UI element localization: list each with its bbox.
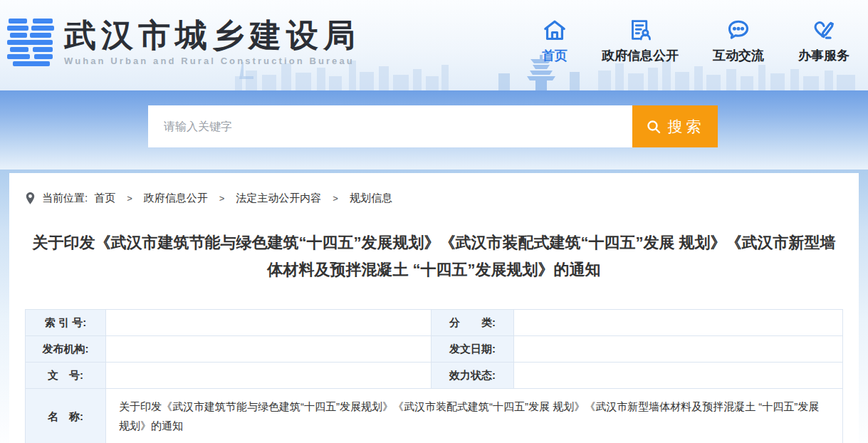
table-row: 文 号: 效力状态:: [26, 363, 843, 389]
index-number-label: 索 引 号:: [26, 310, 106, 336]
search-input[interactable]: [148, 105, 632, 147]
breadcrumb-separator: >: [219, 193, 225, 204]
search-band: 搜索: [0, 90, 868, 170]
validity-status-value: [514, 363, 843, 389]
index-number-value: [106, 310, 432, 336]
issue-date-value: [514, 336, 843, 363]
table-row: 索 引 号: 分 类:: [26, 310, 843, 336]
search-button[interactable]: 搜索: [632, 105, 718, 147]
issuing-agency-label: 发布机构:: [26, 336, 106, 363]
breadcrumb-separator: >: [333, 193, 338, 204]
breadcrumb-prefix: 当前位置:: [42, 192, 88, 205]
brand-name-en: Wuhan Urban and Rural Construction Burea…: [64, 56, 360, 66]
search-bar: 搜索: [148, 90, 718, 147]
document-info-table: 索 引 号: 分 类: 发布机构: 发文日期: 文 号: 效: [25, 309, 843, 443]
interaction-chat-icon: [726, 18, 751, 42]
table-row: 名 称: 关于印发《武汉市建筑节能与绿色建筑“十四五”发展规划》《武汉市装配式建…: [26, 389, 843, 443]
brand-block: 武汉市城乡建设局 Wuhan Urban and Rural Construct…: [64, 19, 360, 66]
breadcrumb-item-home[interactable]: 首页: [94, 192, 115, 205]
issue-date-label: 发文日期:: [432, 336, 514, 363]
breadcrumb-item-info-disclosure[interactable]: 政府信息公开: [144, 192, 208, 205]
table-row: 发布机构: 发文日期:: [26, 336, 843, 363]
nav-label: 首页: [542, 47, 568, 64]
content-background: 当前位置: 首页 > 政府信息公开 > 法定主动公开内容 > 规划信息 关于印发…: [0, 170, 868, 443]
location-pin-icon: [25, 192, 36, 205]
breadcrumb-item-statutory-content[interactable]: 法定主动公开内容: [236, 192, 321, 205]
nav-item-info-disclosure[interactable]: 政府信息公开: [602, 18, 679, 64]
issuing-agency-value: [106, 336, 432, 363]
search-icon: [646, 119, 662, 135]
nav-label: 政府信息公开: [602, 47, 679, 64]
bureau-logo-icon: [6, 16, 57, 70]
brand-name-cn: 武汉市城乡建设局: [64, 19, 360, 53]
document-number-value: [106, 363, 432, 389]
service-heart-icon: [811, 18, 837, 42]
name-value: 关于印发《武汉市建筑节能与绿色建筑“十四五”发展规划》《武汉市装配式建筑“十四五…: [106, 389, 843, 443]
search-button-label: 搜索: [668, 117, 705, 137]
nav-item-services[interactable]: 办事服务: [798, 18, 849, 64]
top-nav: 首页 政府信息公开: [542, 18, 849, 67]
content-card: 当前位置: 首页 > 政府信息公开 > 法定主动公开内容 > 规划信息 关于印发…: [9, 173, 859, 443]
nav-item-interaction[interactable]: 互动交流: [713, 18, 764, 64]
page: 武汉市城乡建设局 Wuhan Urban and Rural Construct…: [0, 0, 868, 443]
document-number-label: 文 号:: [26, 363, 106, 389]
nav-item-home[interactable]: 首页: [542, 18, 568, 64]
breadcrumb: 当前位置: 首页 > 政府信息公开 > 法定主动公开内容 > 规划信息: [25, 173, 843, 205]
nav-label: 办事服务: [798, 47, 849, 64]
breadcrumb-item-planning-info[interactable]: 规划信息: [350, 192, 392, 205]
site-header: 武汉市城乡建设局 Wuhan Urban and Rural Construct…: [0, 0, 868, 90]
info-disclosure-icon: [627, 18, 653, 42]
home-icon: [542, 18, 568, 42]
breadcrumb-separator: >: [127, 193, 132, 204]
category-label: 分 类:: [432, 310, 514, 336]
nav-label: 互动交流: [713, 47, 764, 64]
validity-status-label: 效力状态:: [432, 363, 514, 389]
category-value: [514, 310, 843, 336]
article-title: 关于印发《武汉市建筑节能与绿色建筑“十四五”发展规划》《武汉市装配式建筑“十四五…: [31, 229, 837, 283]
name-label: 名 称:: [26, 389, 106, 443]
